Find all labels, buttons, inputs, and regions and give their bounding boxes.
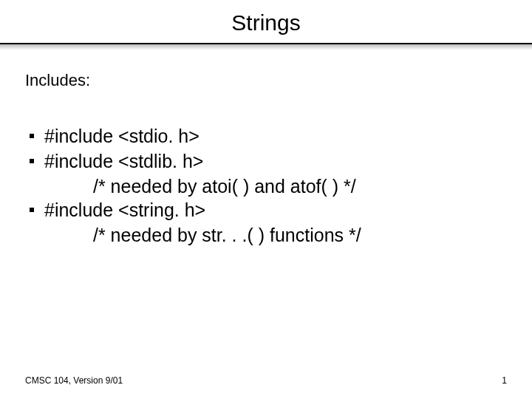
bullet-item: #include <stdlib. h> <box>30 149 502 173</box>
bullet-icon <box>30 134 34 138</box>
bullet-indent: /* needed by str. . .( ) functions */ <box>30 223 502 247</box>
bullet-item: #include <stdio. h> <box>30 124 502 148</box>
footer-left: CMSC 104, Version 9/01 <box>25 375 123 386</box>
bullet-indent-text: /* needed by atoi( ) and atof( ) */ <box>93 174 502 198</box>
slide-title: Strings <box>0 0 532 43</box>
bullet-indent: /* needed by atoi( ) and atof( ) */ <box>30 174 502 198</box>
footer-page-number: 1 <box>502 375 507 386</box>
subheading: Includes: <box>0 50 532 90</box>
bullet-icon <box>30 159 34 163</box>
slide-body: #include <stdio. h> #include <stdlib. h>… <box>0 90 532 247</box>
footer: CMSC 104, Version 9/01 1 <box>25 375 507 386</box>
bullet-text: #include <stdio. h> <box>44 124 200 148</box>
bullet-indent-text: /* needed by str. . .( ) functions */ <box>93 223 502 247</box>
title-divider <box>0 43 532 50</box>
bullet-text: #include <stdlib. h> <box>44 149 203 173</box>
bullet-icon <box>30 208 34 212</box>
bullet-item: #include <string. h> <box>30 198 502 222</box>
bullet-text: #include <string. h> <box>44 198 205 222</box>
slide: Strings Includes: #include <stdio. h> #i… <box>0 0 532 399</box>
